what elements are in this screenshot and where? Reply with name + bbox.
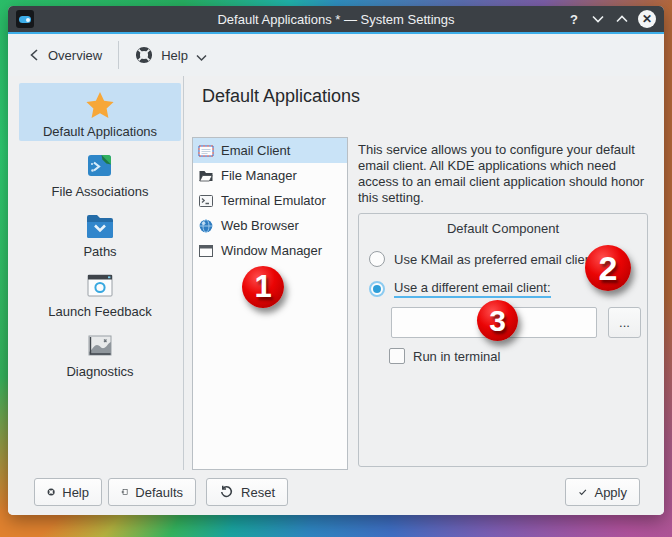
window-icon — [198, 243, 214, 259]
overview-label: Overview — [48, 48, 102, 63]
globe-icon — [198, 218, 214, 234]
sidebar-item-label: File Associations — [52, 184, 149, 199]
sidebar-item-label: Default Applications — [43, 124, 157, 139]
content-area: Default Applications File Associations — [8, 76, 664, 470]
titlebar-help-button[interactable]: ? — [566, 11, 582, 27]
list-item-terminal-emulator[interactable]: Terminal Emulator — [193, 188, 347, 213]
undo-reset-icon — [219, 484, 234, 500]
star-icon — [84, 85, 116, 121]
checkbox-unchecked[interactable] — [389, 348, 405, 364]
folder-icon — [198, 168, 214, 184]
file-associations-icon — [84, 145, 116, 181]
group-title: Default Component — [359, 221, 647, 236]
radio-use-kmail[interactable]: Use KMail as preferred email client — [369, 251, 596, 267]
help-menu-button[interactable]: Help — [135, 46, 207, 64]
radio-label: Use KMail as preferred email client — [394, 252, 596, 267]
terminal-icon — [198, 193, 214, 209]
chevron-down-icon — [196, 54, 207, 62]
apply-button-label: Apply — [594, 485, 627, 500]
list-item-label: Email Client — [221, 143, 290, 158]
list-item-label: File Manager — [221, 168, 297, 183]
radio-circle-unchecked[interactable] — [369, 251, 385, 267]
module-description: This service allows you to configure you… — [358, 137, 648, 206]
list-item-window-manager[interactable]: Window Manager — [193, 238, 347, 263]
radio-use-different-client[interactable]: Use a different email client: — [369, 280, 551, 298]
document-revert-icon — [121, 484, 128, 500]
defaults-button[interactable]: Defaults — [108, 478, 196, 506]
sidebar-divider — [183, 76, 184, 470]
launch-feedback-icon — [84, 265, 116, 301]
sidebar-item-label: Paths — [83, 244, 116, 259]
overview-back-button[interactable]: Overview — [28, 48, 102, 63]
sidebar-item-paths[interactable]: Paths — [19, 203, 181, 261]
lifebuoy-help-icon — [135, 46, 153, 64]
annotation-badge-1: 1 — [242, 266, 284, 308]
list-item-file-manager[interactable]: File Manager — [193, 163, 347, 188]
diagnostics-chart-icon — [84, 325, 116, 361]
toolbar: Overview Help — [8, 34, 664, 76]
list-item-label: Window Manager — [221, 243, 322, 258]
sidebar-item-launch-feedback[interactable]: Launch Feedback — [19, 263, 181, 321]
radio-label: Use a different email client: — [394, 280, 551, 298]
sidebar-item-label: Diagnostics — [66, 364, 133, 379]
help-label: Help — [161, 48, 188, 63]
module-description-panel: This service allows you to configure you… — [358, 137, 648, 206]
checkbox-label: Run in terminal — [413, 349, 500, 364]
sidebar-item-label: Launch Feedback — [48, 304, 151, 319]
checkmark-icon — [578, 485, 587, 499]
apply-button[interactable]: Apply — [565, 478, 640, 506]
toolbar-separator — [118, 41, 119, 69]
list-item-label: Web Browser — [221, 218, 299, 233]
titlebar: Default Applications * — System Settings… — [8, 6, 664, 32]
sidebar-item-default-applications[interactable]: Default Applications — [19, 83, 181, 141]
help-button[interactable]: Help — [34, 478, 102, 506]
browse-button[interactable]: ... — [608, 307, 641, 338]
reset-button-label: Reset — [241, 485, 275, 500]
run-in-terminal-option[interactable]: Run in terminal — [389, 348, 500, 364]
lifebuoy-help-icon — [47, 484, 55, 500]
list-item-label: Terminal Emulator — [221, 193, 326, 208]
page-title: Default Applications — [202, 86, 360, 107]
close-icon[interactable]: ✕ — [638, 10, 656, 28]
reset-button[interactable]: Reset — [206, 478, 288, 506]
minimize-icon[interactable] — [590, 11, 606, 27]
chevron-left-icon — [28, 48, 40, 62]
annotation-badge-2: 2 — [585, 245, 631, 291]
help-button-label: Help — [62, 485, 89, 500]
folder-paths-icon — [84, 205, 116, 241]
maximize-icon[interactable] — [614, 11, 630, 27]
module-sidebar: Default Applications File Associations — [8, 76, 183, 470]
email-icon — [198, 143, 214, 159]
list-item-web-browser[interactable]: Web Browser — [193, 213, 347, 238]
sidebar-item-diagnostics[interactable]: Diagnostics — [19, 323, 181, 381]
system-settings-window: Default Applications * — System Settings… — [8, 6, 664, 515]
defaults-button-label: Defaults — [135, 485, 183, 500]
sidebar-item-file-associations[interactable]: File Associations — [19, 143, 181, 201]
annotation-badge-3: 3 — [477, 300, 518, 341]
radio-circle-checked[interactable] — [369, 281, 385, 297]
button-row: Help Defaults Reset Apply — [8, 470, 664, 515]
list-item-email-client[interactable]: Email Client — [193, 138, 347, 163]
